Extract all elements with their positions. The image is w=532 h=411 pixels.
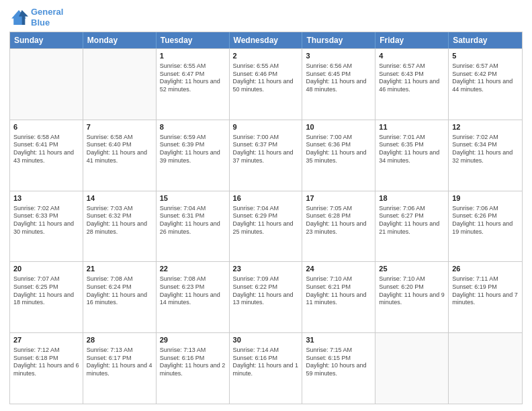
day-number: 30 bbox=[233, 335, 299, 345]
cal-header-friday: Friday bbox=[375, 32, 449, 48]
day-number: 5 bbox=[452, 51, 519, 61]
cal-cell-1-3: 1 Sunrise: 6:55 AMSunset: 6:47 PMDayligh… bbox=[157, 49, 230, 120]
cal-cell-4-5: 24 Sunrise: 7:10 AMSunset: 6:21 PMDaylig… bbox=[302, 262, 375, 332]
logo-text: General Blue bbox=[31, 7, 63, 28]
cal-cell-1-6: 4 Sunrise: 6:57 AMSunset: 6:43 PMDayligh… bbox=[375, 49, 449, 120]
cell-detail: Sunrise: 7:01 AMSunset: 6:35 PMDaylight:… bbox=[379, 134, 445, 165]
cell-detail: Sunrise: 7:13 AMSunset: 6:16 PMDaylight:… bbox=[160, 347, 226, 378]
cal-cell-4-1: 20 Sunrise: 7:07 AMSunset: 6:25 PMDaylig… bbox=[10, 262, 83, 332]
cal-cell-5-7 bbox=[449, 333, 522, 404]
cell-detail: Sunrise: 7:00 AMSunset: 6:36 PMDaylight:… bbox=[306, 134, 371, 165]
cell-detail: Sunrise: 7:14 AMSunset: 6:16 PMDaylight:… bbox=[233, 347, 299, 378]
cal-cell-2-3: 8 Sunrise: 6:59 AMSunset: 6:39 PMDayligh… bbox=[157, 120, 230, 191]
cal-cell-2-1: 6 Sunrise: 6:58 AMSunset: 6:41 PMDayligh… bbox=[10, 120, 83, 191]
cell-detail: Sunrise: 6:57 AMSunset: 6:43 PMDaylight:… bbox=[379, 62, 445, 94]
cell-detail: Sunrise: 7:07 AMSunset: 6:25 PMDaylight:… bbox=[13, 275, 79, 307]
day-number: 19 bbox=[452, 193, 519, 203]
day-number: 4 bbox=[379, 51, 445, 61]
day-number: 1 bbox=[160, 51, 226, 61]
calendar-body: 1 Sunrise: 6:55 AMSunset: 6:47 PMDayligh… bbox=[10, 48, 522, 404]
day-number: 16 bbox=[233, 193, 299, 203]
cal-cell-3-6: 18 Sunrise: 7:06 AMSunset: 6:27 PMDaylig… bbox=[375, 191, 449, 262]
day-number: 28 bbox=[87, 335, 152, 345]
day-number: 13 bbox=[13, 193, 79, 203]
cal-cell-3-4: 16 Sunrise: 7:04 AMSunset: 6:29 PMDaylig… bbox=[230, 191, 303, 262]
cal-cell-5-6 bbox=[375, 333, 449, 404]
cell-detail: Sunrise: 6:55 AMSunset: 6:46 PMDaylight:… bbox=[233, 62, 299, 94]
cell-detail: Sunrise: 7:10 AMSunset: 6:21 PMDaylight:… bbox=[306, 275, 371, 307]
cell-detail: Sunrise: 7:09 AMSunset: 6:22 PMDaylight:… bbox=[233, 275, 299, 307]
cell-detail: Sunrise: 7:00 AMSunset: 6:37 PMDaylight:… bbox=[233, 134, 299, 165]
cell-detail: Sunrise: 7:15 AMSunset: 6:15 PMDaylight:… bbox=[306, 347, 371, 378]
cal-cell-5-4: 30 Sunrise: 7:14 AMSunset: 6:16 PMDaylig… bbox=[230, 333, 303, 404]
cal-cell-1-2 bbox=[83, 49, 157, 120]
cell-detail: Sunrise: 7:13 AMSunset: 6:17 PMDaylight:… bbox=[87, 347, 152, 378]
cal-week-2: 6 Sunrise: 6:58 AMSunset: 6:41 PMDayligh… bbox=[10, 120, 522, 191]
cal-cell-1-1 bbox=[10, 49, 83, 120]
cell-detail: Sunrise: 7:12 AMSunset: 6:18 PMDaylight:… bbox=[13, 347, 79, 378]
calendar: SundayMondayTuesdayWednesdayThursdayFrid… bbox=[9, 32, 523, 404]
day-number: 10 bbox=[306, 122, 371, 132]
day-number: 23 bbox=[233, 264, 299, 274]
cal-cell-2-2: 7 Sunrise: 6:58 AMSunset: 6:40 PMDayligh… bbox=[83, 120, 157, 191]
day-number: 25 bbox=[379, 264, 445, 274]
cal-cell-4-7: 26 Sunrise: 7:11 AMSunset: 6:19 PMDaylig… bbox=[449, 262, 522, 332]
cell-detail: Sunrise: 7:10 AMSunset: 6:20 PMDaylight:… bbox=[379, 275, 445, 307]
cal-cell-5-1: 27 Sunrise: 7:12 AMSunset: 6:18 PMDaylig… bbox=[10, 333, 83, 404]
cal-week-4: 20 Sunrise: 7:07 AMSunset: 6:25 PMDaylig… bbox=[10, 261, 522, 332]
day-number: 11 bbox=[379, 122, 445, 132]
cal-cell-2-4: 9 Sunrise: 7:00 AMSunset: 6:37 PMDayligh… bbox=[230, 120, 303, 191]
day-number: 2 bbox=[233, 51, 299, 61]
cal-header-monday: Monday bbox=[83, 32, 157, 48]
calendar-header-row: SundayMondayTuesdayWednesdayThursdayFrid… bbox=[10, 32, 522, 48]
cal-cell-3-7: 19 Sunrise: 7:06 AMSunset: 6:26 PMDaylig… bbox=[449, 191, 522, 262]
cal-header-sunday: Sunday bbox=[10, 32, 83, 48]
day-number: 7 bbox=[87, 122, 152, 132]
cell-detail: Sunrise: 6:58 AMSunset: 6:41 PMDaylight:… bbox=[13, 134, 79, 165]
cal-cell-2-6: 11 Sunrise: 7:01 AMSunset: 6:35 PMDaylig… bbox=[375, 120, 449, 191]
cell-detail: Sunrise: 7:06 AMSunset: 6:26 PMDaylight:… bbox=[452, 205, 519, 236]
day-number: 27 bbox=[13, 335, 79, 345]
cal-cell-1-7: 5 Sunrise: 6:57 AMSunset: 6:42 PMDayligh… bbox=[449, 49, 522, 120]
cell-detail: Sunrise: 6:58 AMSunset: 6:40 PMDaylight:… bbox=[87, 134, 152, 165]
cal-week-3: 13 Sunrise: 7:02 AMSunset: 6:33 PMDaylig… bbox=[10, 191, 522, 262]
cal-header-saturday: Saturday bbox=[449, 32, 522, 48]
cell-detail: Sunrise: 6:56 AMSunset: 6:45 PMDaylight:… bbox=[306, 62, 371, 94]
cal-cell-1-5: 3 Sunrise: 6:56 AMSunset: 6:45 PMDayligh… bbox=[302, 49, 375, 120]
day-number: 26 bbox=[452, 264, 519, 274]
cal-cell-2-7: 12 Sunrise: 7:02 AMSunset: 6:34 PMDaylig… bbox=[449, 120, 522, 191]
page: General Blue SundayMondayTuesdayWednesda… bbox=[0, 0, 532, 411]
day-number: 9 bbox=[233, 122, 299, 132]
cal-cell-5-5: 31 Sunrise: 7:15 AMSunset: 6:15 PMDaylig… bbox=[302, 333, 375, 404]
cal-cell-3-1: 13 Sunrise: 7:02 AMSunset: 6:33 PMDaylig… bbox=[10, 191, 83, 262]
day-number: 31 bbox=[306, 335, 371, 345]
day-number: 17 bbox=[306, 193, 371, 203]
cell-detail: Sunrise: 6:57 AMSunset: 6:42 PMDaylight:… bbox=[452, 62, 519, 94]
day-number: 20 bbox=[13, 264, 79, 274]
cal-cell-3-2: 14 Sunrise: 7:03 AMSunset: 6:32 PMDaylig… bbox=[83, 191, 157, 262]
day-number: 6 bbox=[13, 122, 79, 132]
cal-cell-3-3: 15 Sunrise: 7:04 AMSunset: 6:31 PMDaylig… bbox=[157, 191, 230, 262]
day-number: 3 bbox=[306, 51, 371, 61]
day-number: 18 bbox=[379, 193, 445, 203]
cal-cell-4-4: 23 Sunrise: 7:09 AMSunset: 6:22 PMDaylig… bbox=[230, 262, 303, 332]
cell-detail: Sunrise: 7:11 AMSunset: 6:19 PMDaylight:… bbox=[452, 275, 519, 307]
cell-detail: Sunrise: 7:04 AMSunset: 6:31 PMDaylight:… bbox=[160, 205, 226, 236]
cell-detail: Sunrise: 7:05 AMSunset: 6:28 PMDaylight:… bbox=[306, 205, 371, 236]
day-number: 15 bbox=[160, 193, 226, 203]
cal-cell-4-2: 21 Sunrise: 7:08 AMSunset: 6:24 PMDaylig… bbox=[83, 262, 157, 332]
logo: General Blue bbox=[9, 7, 63, 28]
day-number: 29 bbox=[160, 335, 226, 345]
cell-detail: Sunrise: 7:06 AMSunset: 6:27 PMDaylight:… bbox=[379, 205, 445, 236]
header: General Blue bbox=[9, 7, 523, 28]
cal-cell-1-4: 2 Sunrise: 6:55 AMSunset: 6:46 PMDayligh… bbox=[230, 49, 303, 120]
cal-cell-3-5: 17 Sunrise: 7:05 AMSunset: 6:28 PMDaylig… bbox=[302, 191, 375, 262]
cal-header-tuesday: Tuesday bbox=[157, 32, 230, 48]
cal-cell-4-3: 22 Sunrise: 7:08 AMSunset: 6:23 PMDaylig… bbox=[157, 262, 230, 332]
cal-week-5: 27 Sunrise: 7:12 AMSunset: 6:18 PMDaylig… bbox=[10, 332, 522, 404]
cal-header-wednesday: Wednesday bbox=[230, 32, 303, 48]
day-number: 14 bbox=[87, 193, 152, 203]
day-number: 24 bbox=[306, 264, 371, 274]
cell-detail: Sunrise: 7:08 AMSunset: 6:23 PMDaylight:… bbox=[160, 275, 226, 307]
cal-cell-5-2: 28 Sunrise: 7:13 AMSunset: 6:17 PMDaylig… bbox=[83, 333, 157, 404]
